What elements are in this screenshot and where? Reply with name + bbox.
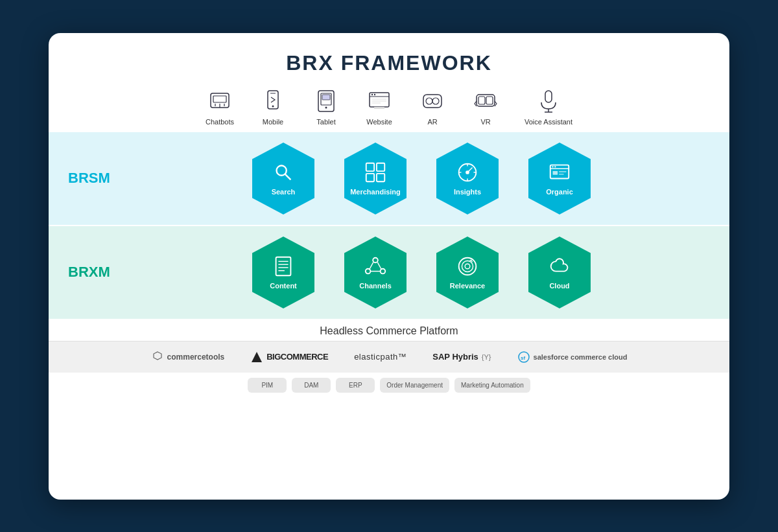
hex-cloud-shape: Cloud [527, 235, 592, 310]
vr-label: VR [480, 118, 490, 126]
touchpoint-ar: AR [418, 87, 447, 126]
svg-line-64 [377, 262, 381, 269]
svg-point-52 [554, 166, 556, 167]
chatbots-label: Chatbots [206, 118, 234, 126]
svg-point-68 [462, 260, 473, 272]
svg-point-61 [366, 269, 371, 274]
hex-relevance-label: Relevance [450, 282, 485, 290]
screen-frame: BRX FRAMEWORK Chatbots [49, 33, 729, 500]
hex-organic: Organic [527, 141, 592, 216]
hex-merchandising-label: Merchandising [350, 188, 401, 196]
tab-pim[interactable]: PIM [248, 378, 287, 393]
brsm-row: BRSM Search [49, 132, 729, 225]
hex-cloud: Cloud [527, 235, 592, 310]
title-section: BRX FRAMEWORK [49, 33, 729, 82]
svg-point-21 [426, 98, 432, 104]
partner-bigcommerce-label: BIGCOMMERCE [266, 352, 328, 362]
hex-content-shape: Content [251, 235, 316, 310]
mobile-label: Mobile [263, 118, 283, 126]
hex-content: Content [251, 235, 316, 310]
hex-organic-label: Organic [546, 188, 573, 196]
hex-channels-label: Channels [359, 282, 392, 290]
svg-marker-72 [252, 352, 262, 362]
chatbots-icon [206, 87, 234, 115]
tab-dam[interactable]: DAM [292, 378, 331, 393]
hex-relevance: Relevance [435, 235, 500, 310]
svg-point-69 [465, 264, 470, 269]
partner-salesforce-label: salesforce commerce cloud [534, 353, 628, 361]
partner-sap-label: SAP Hybris [432, 352, 478, 362]
voice-icon [534, 87, 563, 115]
partner-sap: SAP Hybris {Y} [432, 352, 491, 362]
svg-point-31 [277, 165, 287, 175]
main-content: BRX FRAMEWORK Chatbots [49, 33, 729, 500]
hex-channels-shape: Channels [343, 235, 408, 310]
hex-relevance-shape: Relevance [435, 235, 500, 310]
svg-rect-49 [559, 171, 566, 172]
hex-search-shape: Search [251, 141, 316, 216]
hex-organic-shape: Organic [527, 141, 592, 216]
svg-point-62 [381, 269, 386, 274]
svg-point-22 [432, 98, 439, 104]
voice-label: Voice Assistant [525, 118, 572, 126]
website-label: Website [366, 118, 392, 126]
svg-line-32 [285, 174, 291, 180]
svg-line-63 [370, 262, 373, 269]
website-icon [365, 87, 394, 115]
brsm-label: BRSM [68, 170, 133, 187]
touchpoint-vr: VR [471, 87, 500, 126]
svg-point-6 [272, 105, 274, 107]
svg-rect-26 [486, 97, 493, 104]
tab-order[interactable]: Order Management [380, 378, 449, 393]
hex-search: Search [251, 141, 316, 216]
partners-bar: commercetools BIGCOMMERCE elasticpath™ S… [49, 341, 729, 373]
tablet-label: Tablet [316, 118, 335, 126]
tab-erp[interactable]: ERP [336, 378, 375, 393]
brxm-hexagons: Content [133, 235, 710, 310]
vr-icon [471, 87, 500, 115]
touchpoint-mobile: Mobile [259, 87, 287, 126]
svg-rect-37 [377, 174, 384, 181]
hex-content-label: Content [270, 282, 297, 290]
brsm-hexagons: Search [133, 141, 710, 216]
hex-merchandising-shape: Merchandising [343, 141, 408, 216]
touchpoint-website: Website [365, 87, 394, 126]
touchpoint-voice: Voice Assistant [525, 87, 572, 126]
partner-commercetools: commercetools [151, 351, 225, 364]
svg-point-16 [374, 93, 375, 95]
svg-rect-11 [322, 95, 330, 100]
svg-rect-36 [366, 174, 374, 181]
svg-rect-34 [366, 163, 374, 171]
brxm-label: BRXM [68, 264, 133, 281]
svg-text:sf: sf [521, 355, 525, 361]
svg-point-12 [325, 106, 327, 108]
svg-rect-50 [559, 174, 564, 175]
hex-cloud-label: Cloud [549, 282, 569, 290]
hex-insights: Insights [435, 141, 500, 216]
svg-rect-1 [213, 96, 226, 102]
svg-rect-54 [276, 257, 291, 276]
ar-icon [418, 87, 447, 115]
touchpoint-chatbots: Chatbots [206, 87, 234, 126]
hex-insights-label: Insights [454, 188, 481, 196]
hex-channels: Channels [343, 235, 408, 310]
svg-point-60 [373, 258, 378, 263]
ar-label: AR [427, 118, 437, 126]
partner-elasticpath-label: elasticpath™ [354, 352, 407, 362]
tab-marketing[interactable]: Marketing Automation [454, 378, 530, 393]
svg-rect-20 [374, 107, 384, 109]
svg-point-51 [552, 166, 553, 167]
hex-insights-shape: Insights [435, 141, 500, 216]
svg-rect-27 [545, 91, 552, 102]
partner-elasticpath: elasticpath™ [354, 352, 407, 362]
hex-merchandising: Merchandising [343, 141, 408, 216]
partner-bigcommerce: BIGCOMMERCE [250, 351, 328, 364]
svg-rect-48 [553, 171, 558, 175]
svg-marker-71 [154, 352, 161, 360]
partner-salesforce: sf salesforce commerce cloud [517, 351, 628, 364]
partner-commercetools-label: commercetools [167, 353, 225, 362]
touchpoints-row: Chatbots Mobile [49, 82, 729, 130]
svg-rect-35 [377, 163, 384, 171]
brxm-row: BRXM [49, 226, 729, 319]
hex-search-label: Search [272, 188, 296, 196]
